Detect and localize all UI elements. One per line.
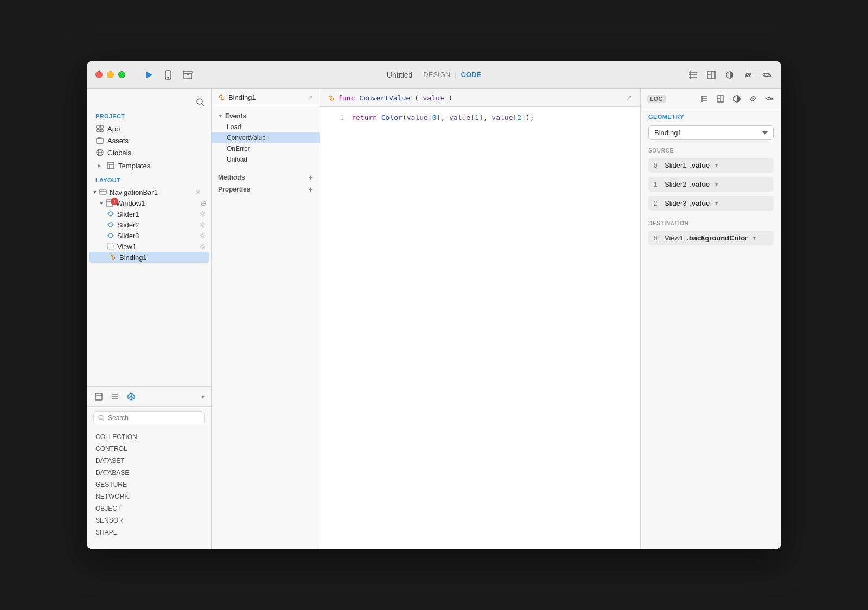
templates-label: Templates [118, 162, 150, 170]
sidebar-item-templates[interactable]: ▶ Templates [87, 160, 211, 171]
category-control[interactable]: CONTROL [87, 443, 211, 455]
code-body[interactable]: 1 return Color(value[0], value[1], value… [320, 107, 640, 549]
dest-prop-0: .backgroundColor [687, 234, 748, 242]
svg-point-32 [108, 212, 113, 216]
external-link-icon[interactable]: ↗ [308, 94, 313, 101]
tree-item-slider1[interactable]: Slider1 [87, 208, 211, 219]
link-right-icon[interactable] [748, 93, 758, 104]
category-database[interactable]: DATABASE [87, 467, 211, 479]
tree-label-window: Window1 [116, 199, 200, 207]
methods-header[interactable]: Methods + [212, 171, 320, 183]
binding-dropdown[interactable]: Binding1 [648, 125, 774, 140]
traffic-lights [95, 71, 125, 78]
log-badge[interactable]: LOG [647, 95, 666, 103]
event-load[interactable]: Load [212, 122, 320, 132]
sidebar-item-assets[interactable]: Assets [87, 135, 211, 147]
source-item-0[interactable]: 0 Slider1.value▾ [648, 158, 774, 173]
svg-rect-3 [184, 73, 192, 79]
window-add-icon[interactable]: ⊕ [200, 199, 207, 207]
layout-right-icon[interactable] [715, 93, 726, 104]
event-convertvalue[interactable]: ConvertValue [212, 132, 320, 143]
search-button[interactable] [196, 98, 205, 106]
svg-line-46 [112, 256, 113, 258]
code-external-icon[interactable]: ↗ [626, 93, 633, 102]
source-name-1: Slider2 [665, 180, 686, 188]
hierarchy-right-icon[interactable] [699, 93, 710, 104]
window-badge: ! [111, 198, 118, 205]
svg-rect-18 [100, 125, 103, 128]
tree-item-slider2[interactable]: Slider2 [87, 219, 211, 230]
tree-item-window1[interactable]: ▼ ! Window1 ⊕ [87, 198, 211, 208]
theme-icon[interactable] [724, 69, 736, 81]
category-collection[interactable]: COLLECTION [87, 431, 211, 443]
binding-select-row[interactable]: Binding1 [641, 123, 781, 144]
phone-button[interactable] [162, 69, 174, 81]
properties-header[interactable]: Properties + [212, 183, 320, 195]
slider2-gear[interactable] [198, 220, 207, 229]
sidebar-item-app[interactable]: App [87, 123, 211, 135]
bottom-tabs: ▾ [87, 387, 211, 407]
source-divider: SOURCE [641, 144, 781, 156]
hierarchy-icon[interactable] [687, 69, 699, 81]
tree-item-binding1[interactable]: Binding1 [89, 252, 209, 263]
search-input[interactable] [108, 414, 200, 422]
assets-label: Assets [107, 137, 129, 145]
tree-arrow-nav: ▼ [91, 188, 99, 196]
properties-add-button[interactable]: + [309, 185, 313, 194]
play-button[interactable] [143, 69, 155, 81]
link-icon[interactable] [742, 69, 754, 81]
bottom-tab-3d[interactable] [126, 391, 137, 402]
events-header[interactable]: ▼ Events [212, 111, 320, 122]
source-prop-2: .value [690, 199, 710, 207]
templates-arrow: ▶ [95, 162, 103, 169]
maximize-button[interactable] [118, 71, 125, 78]
app-label: App [107, 125, 120, 133]
circle-right-icon[interactable] [731, 93, 742, 104]
source-item-2[interactable]: 2 Slider3.value▾ [648, 196, 774, 211]
methods-add-button[interactable]: + [309, 173, 313, 182]
bottom-tab-window[interactable] [93, 391, 104, 402]
category-network[interactable]: NETWORK [87, 491, 211, 503]
tree-item-navigationbar1[interactable]: ▼ NavigationBar1 ⊕ [87, 187, 211, 198]
events-section: ▼ Events Load ConvertValue OnError Unloa… [212, 106, 320, 169]
svg-line-59 [331, 97, 332, 99]
event-onerror[interactable]: OnError [212, 143, 320, 154]
tree-item-view1[interactable]: View1 [87, 241, 211, 252]
source-item-1[interactable]: 1 Slider2.value▾ [648, 177, 774, 192]
tree-item-slider3[interactable]: Slider3 [87, 230, 211, 241]
category-object[interactable]: OBJECT [87, 503, 211, 514]
navbar-icon [99, 188, 107, 196]
bottom-tab-list[interactable] [110, 391, 120, 402]
close-button[interactable] [95, 71, 103, 78]
source-prop-0: .value [690, 161, 710, 169]
eye-right-icon[interactable] [764, 93, 775, 104]
svg-point-56 [99, 415, 103, 420]
layout-icon[interactable] [705, 69, 717, 81]
category-gesture[interactable]: GESTURE [87, 479, 211, 491]
category-dataset[interactable]: DATASET [87, 455, 211, 467]
bottom-panel-chevron[interactable]: ▾ [201, 393, 205, 401]
archive-button[interactable] [182, 69, 194, 81]
layout-section-label: LAYOUT [87, 175, 211, 187]
search-box[interactable] [93, 411, 205, 424]
minimize-button[interactable] [107, 71, 114, 78]
dest-item-0[interactable]: 0 View1.backgroundColor▾ [648, 231, 774, 245]
search-icon [98, 415, 105, 421]
category-list: COLLECTION CONTROL DATASET DATABASE GEST… [87, 429, 211, 549]
view1-gear[interactable] [198, 242, 207, 251]
preview-icon[interactable] [761, 69, 773, 81]
category-sensor[interactable]: SENSOR [87, 514, 211, 526]
events-arrow: ▼ [218, 113, 223, 119]
slider3-gear[interactable] [198, 231, 207, 240]
event-unload[interactable]: Unload [212, 154, 320, 165]
svg-point-36 [108, 223, 113, 227]
sidebar-item-globals[interactable]: Globals [87, 147, 211, 158]
dest-name-0: View1 [665, 234, 684, 242]
dest-index-0: 0 [654, 234, 661, 242]
slider1-gear[interactable] [198, 209, 207, 218]
design-mode-label[interactable]: DESIGN [423, 71, 450, 79]
nav-settings-icon[interactable]: ⊕ [194, 188, 202, 196]
category-shape[interactable]: SHAPE [87, 526, 211, 538]
svg-line-58 [221, 97, 222, 99]
code-mode-label[interactable]: CODE [461, 71, 482, 79]
